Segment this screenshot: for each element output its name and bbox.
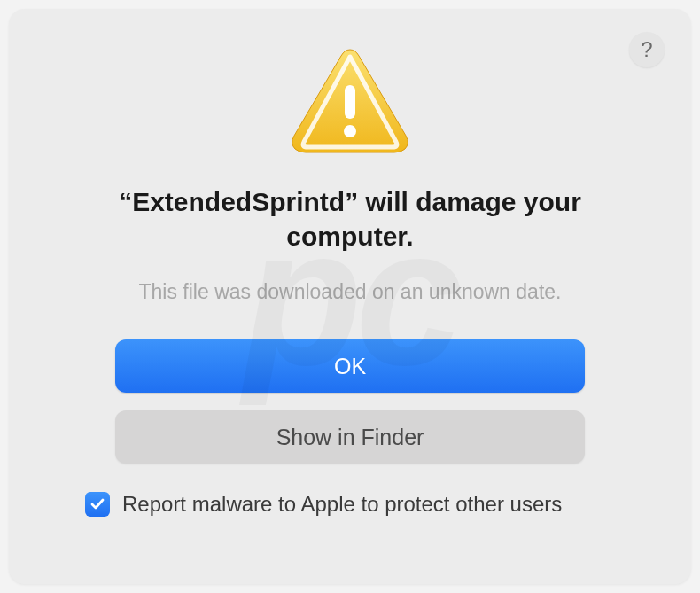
alert-dialog: pc ? “ExtendedSprintd” will damage your …: [9, 9, 691, 584]
ok-button[interactable]: OK: [115, 339, 585, 393]
report-malware-checkbox-row[interactable]: Report malware to Apple to protect other…: [62, 492, 638, 517]
help-button[interactable]: ?: [629, 32, 665, 67]
svg-point-1: [344, 125, 356, 137]
warning-triangle-icon: [288, 44, 412, 160]
alert-subtext: This file was downloaded on an unknown d…: [62, 280, 638, 304]
svg-rect-0: [345, 85, 355, 119]
help-icon: ?: [641, 37, 652, 62]
show-in-finder-button[interactable]: Show in Finder: [115, 410, 585, 464]
warning-icon-container: [62, 44, 638, 160]
report-malware-checkbox[interactable]: [85, 492, 110, 517]
check-icon: [89, 496, 105, 512]
alert-heading: “ExtendedSprintd” will damage your compu…: [62, 184, 638, 254]
report-malware-label: Report malware to Apple to protect other…: [122, 492, 562, 517]
